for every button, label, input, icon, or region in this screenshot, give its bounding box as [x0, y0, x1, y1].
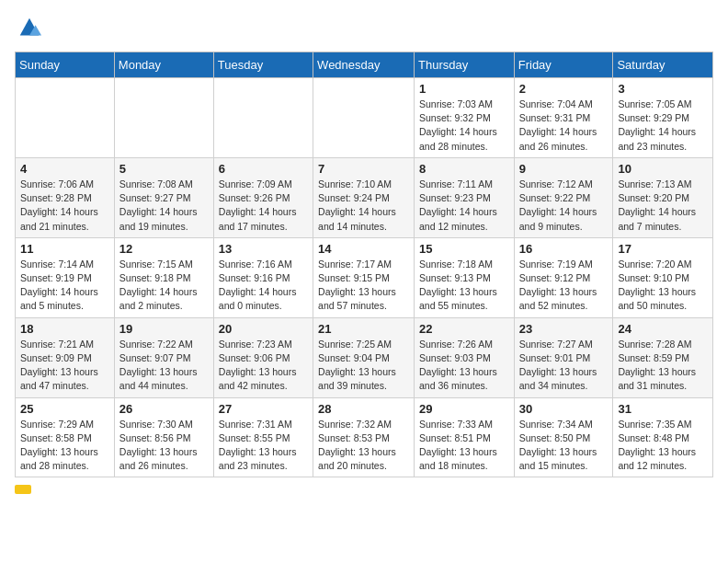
calendar-cell: 26Sunrise: 7:30 AM Sunset: 8:56 PM Dayli… — [114, 397, 213, 477]
day-info: Sunrise: 7:26 AM Sunset: 9:03 PM Dayligh… — [419, 338, 509, 394]
day-number: 7 — [318, 162, 409, 176]
calendar-cell: 15Sunrise: 7:18 AM Sunset: 9:13 PM Dayli… — [415, 237, 515, 317]
day-info: Sunrise: 7:04 AM Sunset: 9:31 PM Dayligh… — [519, 98, 609, 154]
day-number: 3 — [618, 82, 708, 96]
day-info: Sunrise: 7:33 AM Sunset: 8:51 PM Dayligh… — [419, 418, 509, 474]
day-number: 20 — [219, 322, 308, 336]
day-number: 23 — [519, 322, 609, 336]
weekday-header-sunday: Sunday — [16, 52, 115, 78]
weekday-header-monday: Monday — [114, 52, 213, 78]
calendar-cell: 5Sunrise: 7:08 AM Sunset: 9:27 PM Daylig… — [114, 157, 213, 237]
calendar-cell: 25Sunrise: 7:29 AM Sunset: 8:58 PM Dayli… — [16, 397, 115, 477]
day-info: Sunrise: 7:19 AM Sunset: 9:12 PM Dayligh… — [519, 258, 609, 314]
calendar-cell: 31Sunrise: 7:35 AM Sunset: 8:48 PM Dayli… — [613, 397, 713, 477]
day-number: 8 — [419, 162, 509, 176]
day-number: 17 — [618, 242, 708, 256]
week-row-1: 1Sunrise: 7:03 AM Sunset: 9:32 PM Daylig… — [16, 78, 713, 158]
day-info: Sunrise: 7:06 AM Sunset: 9:28 PM Dayligh… — [20, 178, 109, 234]
calendar-cell: 1Sunrise: 7:03 AM Sunset: 9:32 PM Daylig… — [415, 78, 515, 158]
weekday-header-friday: Friday — [514, 52, 613, 78]
day-number: 12 — [119, 242, 209, 256]
calendar-cell: 19Sunrise: 7:22 AM Sunset: 9:07 PM Dayli… — [114, 317, 213, 397]
day-info: Sunrise: 7:03 AM Sunset: 9:32 PM Dayligh… — [419, 98, 509, 154]
calendar-cell: 23Sunrise: 7:27 AM Sunset: 9:01 PM Dayli… — [514, 317, 613, 397]
day-number: 4 — [20, 162, 109, 176]
logo — [15, 15, 42, 40]
day-info: Sunrise: 7:30 AM Sunset: 8:56 PM Dayligh… — [119, 418, 209, 474]
weekday-header-wednesday: Wednesday — [313, 52, 415, 78]
day-info: Sunrise: 7:11 AM Sunset: 9:23 PM Dayligh… — [419, 178, 509, 234]
day-info: Sunrise: 7:22 AM Sunset: 9:07 PM Dayligh… — [119, 338, 209, 394]
calendar-cell: 3Sunrise: 7:05 AM Sunset: 9:29 PM Daylig… — [613, 78, 713, 158]
day-number: 18 — [20, 322, 109, 336]
calendar-cell: 18Sunrise: 7:21 AM Sunset: 9:09 PM Dayli… — [16, 317, 115, 397]
calendar-cell: 10Sunrise: 7:13 AM Sunset: 9:20 PM Dayli… — [613, 157, 713, 237]
day-info: Sunrise: 7:27 AM Sunset: 9:01 PM Dayligh… — [519, 338, 609, 394]
day-info: Sunrise: 7:16 AM Sunset: 9:16 PM Dayligh… — [219, 258, 308, 314]
day-number: 26 — [119, 402, 209, 416]
calendar-cell: 27Sunrise: 7:31 AM Sunset: 8:55 PM Dayli… — [213, 397, 313, 477]
day-number: 5 — [119, 162, 209, 176]
day-number: 10 — [618, 162, 708, 176]
weekday-header-tuesday: Tuesday — [213, 52, 313, 78]
daylight-bar-icon — [15, 485, 31, 494]
day-info: Sunrise: 7:21 AM Sunset: 9:09 PM Dayligh… — [20, 338, 109, 394]
day-info: Sunrise: 7:18 AM Sunset: 9:13 PM Dayligh… — [419, 258, 509, 314]
calendar-cell: 29Sunrise: 7:33 AM Sunset: 8:51 PM Dayli… — [415, 397, 515, 477]
day-number: 2 — [519, 82, 609, 96]
calendar-table: SundayMondayTuesdayWednesdayThursdayFrid… — [15, 52, 713, 477]
day-info: Sunrise: 7:15 AM Sunset: 9:18 PM Dayligh… — [119, 258, 209, 314]
calendar-cell: 30Sunrise: 7:34 AM Sunset: 8:50 PM Dayli… — [514, 397, 613, 477]
day-number: 13 — [219, 242, 308, 256]
calendar-cell: 13Sunrise: 7:16 AM Sunset: 9:16 PM Dayli… — [213, 237, 313, 317]
week-row-3: 11Sunrise: 7:14 AM Sunset: 9:19 PM Dayli… — [16, 237, 713, 317]
calendar-cell — [313, 78, 415, 158]
day-number: 30 — [519, 402, 609, 416]
calendar-cell: 22Sunrise: 7:26 AM Sunset: 9:03 PM Dayli… — [415, 317, 515, 397]
weekday-header-saturday: Saturday — [613, 52, 713, 78]
calendar-cell: 17Sunrise: 7:20 AM Sunset: 9:10 PM Dayli… — [613, 237, 713, 317]
day-info: Sunrise: 7:32 AM Sunset: 8:53 PM Dayligh… — [318, 418, 409, 474]
day-number: 16 — [519, 242, 609, 256]
day-number: 25 — [20, 402, 109, 416]
calendar-cell: 20Sunrise: 7:23 AM Sunset: 9:06 PM Dayli… — [213, 317, 313, 397]
day-info: Sunrise: 7:20 AM Sunset: 9:10 PM Dayligh… — [618, 258, 708, 314]
week-row-4: 18Sunrise: 7:21 AM Sunset: 9:09 PM Dayli… — [16, 317, 713, 397]
day-number: 27 — [219, 402, 308, 416]
day-info: Sunrise: 7:09 AM Sunset: 9:26 PM Dayligh… — [219, 178, 308, 234]
header — [15, 15, 713, 40]
logo-icon — [17, 15, 42, 40]
day-number: 19 — [119, 322, 209, 336]
calendar-cell: 16Sunrise: 7:19 AM Sunset: 9:12 PM Dayli… — [514, 237, 613, 317]
day-number: 1 — [419, 82, 509, 96]
day-number: 14 — [318, 242, 409, 256]
calendar-cell: 21Sunrise: 7:25 AM Sunset: 9:04 PM Dayli… — [313, 317, 415, 397]
calendar-cell: 8Sunrise: 7:11 AM Sunset: 9:23 PM Daylig… — [415, 157, 515, 237]
calendar-cell — [213, 78, 313, 158]
calendar-cell: 4Sunrise: 7:06 AM Sunset: 9:28 PM Daylig… — [16, 157, 115, 237]
day-info: Sunrise: 7:29 AM Sunset: 8:58 PM Dayligh… — [20, 418, 109, 474]
calendar-cell: 2Sunrise: 7:04 AM Sunset: 9:31 PM Daylig… — [514, 78, 613, 158]
day-number: 31 — [618, 402, 708, 416]
weekday-header-row: SundayMondayTuesdayWednesdayThursdayFrid… — [16, 52, 713, 78]
week-row-5: 25Sunrise: 7:29 AM Sunset: 8:58 PM Dayli… — [16, 397, 713, 477]
day-info: Sunrise: 7:35 AM Sunset: 8:48 PM Dayligh… — [618, 418, 708, 474]
day-info: Sunrise: 7:25 AM Sunset: 9:04 PM Dayligh… — [318, 338, 409, 394]
day-number: 6 — [219, 162, 308, 176]
day-info: Sunrise: 7:10 AM Sunset: 9:24 PM Dayligh… — [318, 178, 409, 234]
calendar-cell: 12Sunrise: 7:15 AM Sunset: 9:18 PM Dayli… — [114, 237, 213, 317]
day-number: 21 — [318, 322, 409, 336]
day-info: Sunrise: 7:05 AM Sunset: 9:29 PM Dayligh… — [618, 98, 708, 154]
day-number: 28 — [318, 402, 409, 416]
footer-note — [15, 485, 713, 494]
day-number: 9 — [519, 162, 609, 176]
day-info: Sunrise: 7:13 AM Sunset: 9:20 PM Dayligh… — [618, 178, 708, 234]
calendar-cell — [114, 78, 213, 158]
day-info: Sunrise: 7:31 AM Sunset: 8:55 PM Dayligh… — [219, 418, 308, 474]
weekday-header-thursday: Thursday — [415, 52, 515, 78]
calendar-cell: 7Sunrise: 7:10 AM Sunset: 9:24 PM Daylig… — [313, 157, 415, 237]
calendar-cell: 24Sunrise: 7:28 AM Sunset: 8:59 PM Dayli… — [613, 317, 713, 397]
day-info: Sunrise: 7:23 AM Sunset: 9:06 PM Dayligh… — [219, 338, 308, 394]
day-number: 29 — [419, 402, 509, 416]
day-number: 22 — [419, 322, 509, 336]
